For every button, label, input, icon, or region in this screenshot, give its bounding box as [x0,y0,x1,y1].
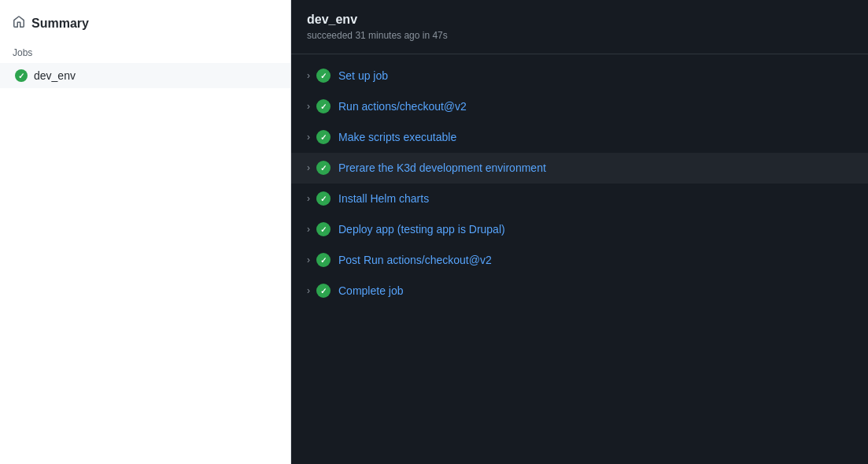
steps-list: › Set up job › Run actions/checkout@v2 ›… [291,54,868,313]
step-item[interactable]: › Install Helm charts [291,184,868,214]
sidebar-item-dev-env[interactable]: dev_env [0,63,290,88]
step-check-icon [316,161,331,175]
chevron-right-icon: › [307,70,310,81]
job-success-icon [15,69,28,82]
chevron-right-icon: › [307,132,310,143]
step-label: Make scripts executable [338,131,456,143]
chevron-right-icon: › [307,285,310,296]
summary-link[interactable]: Summary [0,9,290,38]
job-name-label: dev_env [34,69,76,82]
step-item[interactable]: › Post Run actions/checkout@v2 [291,245,868,276]
step-label: Post Run actions/checkout@v2 [338,254,492,266]
step-item[interactable]: › Complete job [291,276,868,306]
step-item[interactable]: › Make scripts executable [291,122,868,153]
step-item[interactable]: › Deploy app (testing app is Drupal) [291,214,868,245]
chevron-right-icon: › [307,254,310,265]
step-label: Install Helm charts [338,192,429,205]
step-item[interactable]: › Set up job [291,61,868,91]
step-check-icon [316,284,331,298]
step-label: Run actions/checkout@v2 [338,100,467,113]
chevron-right-icon: › [307,224,310,235]
step-check-icon [316,222,331,236]
sidebar: Summary Jobs dev_env [0,0,291,464]
step-check-icon [316,253,331,267]
jobs-section-label: Jobs [0,38,290,63]
step-label: Complete job [338,284,404,297]
main-panel: dev_env succeeded 31 minutes ago in 47s … [291,0,868,464]
step-check-icon [316,191,331,206]
step-label: Set up job [338,69,388,82]
chevron-right-icon: › [307,162,310,173]
step-label: Deploy app (testing app is Drupal) [338,223,505,236]
chevron-right-icon: › [307,193,310,204]
step-check-icon [316,99,331,113]
step-check-icon [316,130,331,144]
job-title: dev_env [307,13,852,27]
job-header: dev_env succeeded 31 minutes ago in 47s [291,0,868,54]
step-check-icon [316,69,331,83]
chevron-right-icon: › [307,101,310,112]
summary-label: Summary [31,17,89,31]
job-status: succeeded 31 minutes ago in 47s [307,30,852,41]
step-item[interactable]: › Run actions/checkout@v2 [291,91,868,122]
home-icon [13,16,25,32]
step-label: Prerare the K3d development environment [338,161,546,174]
step-item[interactable]: › Prerare the K3d development environmen… [291,153,868,184]
